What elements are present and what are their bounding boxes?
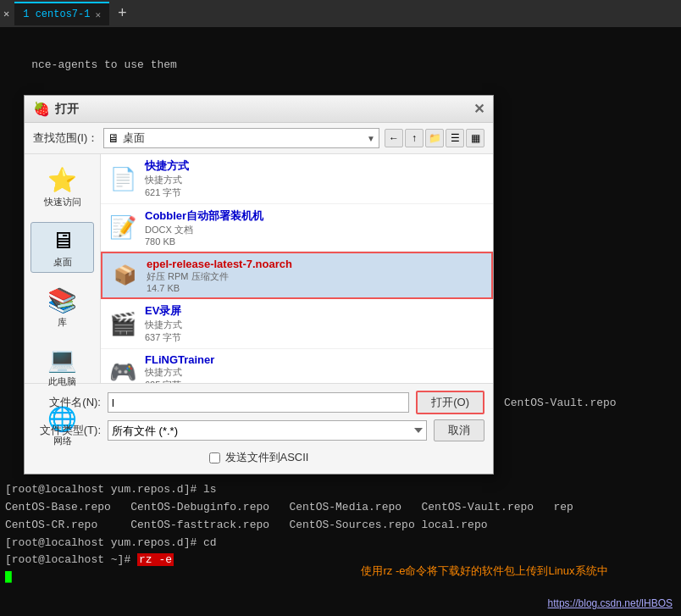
sidebar-item-desktop[interactable]: 🖥 桌面 [30, 222, 94, 273]
file-info-epel: epel-release-latest-7.noarch 好压 RPM 压缩文件… [147, 258, 292, 293]
annotation-text: 使用rz -e命令将下载好的软件包上传到Linux系统中 [305, 563, 664, 579]
desktop-icon: 🖥 [51, 226, 75, 254]
file-icon-shortcut1: 📄 [108, 164, 138, 194]
file-icon-cobbler: 📝 [108, 213, 138, 243]
file-type-epel: 好压 RPM 压缩文件 [147, 270, 292, 283]
quickaccess-label: 快速访问 [44, 196, 81, 208]
file-size-epel: 14.7 KB [147, 283, 292, 293]
dialog-close-button[interactable]: ✕ [473, 103, 484, 116]
open-button[interactable]: 打开(O) [416, 391, 484, 414]
file-item-fling[interactable]: 🎮 FLiNGTrainer 快捷方式 625 字节 [101, 349, 493, 383]
file-name-epel: epel-release-latest-7.noarch [147, 258, 292, 270]
url-text: https://blog.csdn.net/lHBOS [548, 597, 673, 609]
ascii-checkbox[interactable] [209, 452, 220, 463]
checkbox-label: 发送文件到ASCII [225, 450, 309, 465]
dropdown-arrow-icon: ▼ [367, 134, 375, 143]
file-size-fling: 625 字节 [145, 379, 214, 383]
tab-close-icon[interactable]: ✕ [95, 9, 101, 20]
dialog-toolbar: 查找范围(I)： 🖥 桌面 ▼ ← ↑ 📁 ☰ ▦ [25, 123, 493, 154]
dialog-title-icon: 🍓 [33, 101, 50, 117]
sidebar-item-library[interactable]: 📚 库 [30, 283, 94, 332]
file-name-cobbler: Cobbler自动部署装机机 [145, 208, 263, 224]
file-name-shortcut1: 快捷方式 [145, 158, 189, 174]
file-info-fling: FLiNGTrainer 快捷方式 625 字节 [145, 353, 214, 383]
filetype-select[interactable]: 所有文件 (*.*) [108, 420, 427, 441]
term-bottom-line1: [root@localhost yum.repos.d]# ls [5, 481, 573, 499]
file-info-ev: EV录屏 快捷方式 637 字节 [145, 303, 182, 344]
location-label: 查找范围(I)： [33, 130, 98, 146]
dialog-bottom: 文件名(N): 打开(O) 文件类型(T): 所有文件 (*.*) 取消 发送文… [25, 383, 493, 474]
rz-command-highlight: rz -e [137, 553, 174, 566]
dialog-titlebar: 🍓 打开 ✕ [25, 96, 493, 123]
cancel-button[interactable]: 取消 [434, 419, 484, 441]
file-type-ev: 快捷方式 [145, 319, 182, 331]
filename-row: 文件名(N): 打开(O) [33, 391, 484, 414]
file-icon-ev: 🎬 [108, 308, 138, 339]
file-icon-fling: 🎮 [108, 358, 138, 384]
file-size-cobbler: 780 KB [145, 236, 263, 247]
file-name-fling: FLiNGTrainer [145, 353, 214, 366]
nav-new-folder-button[interactable]: 📁 [425, 129, 444, 147]
folder-icon: 🖥 [108, 131, 119, 145]
dialog-main-area: ⭐ 快速访问 🖥 桌面 📚 库 💻 此电脑 🌐 网络 [25, 154, 493, 383]
term-bottom-line4: [root@localhost yum.repos.d]# cd [5, 535, 573, 552]
file-item-ev[interactable]: 🎬 EV录屏 快捷方式 637 字节 [101, 299, 493, 349]
file-name-ev: EV录屏 [145, 303, 182, 319]
sidebar-item-quickaccess[interactable]: ⭐ 快速访问 [30, 163, 94, 212]
terminal-line-1: nce-agents to use them [5, 39, 441, 92]
library-label: 库 [58, 316, 67, 329]
quickaccess-icon: ⭐ [47, 166, 77, 194]
tab-centos7[interactable]: 1 centos7-1 ✕ [14, 2, 109, 25]
location-value: 桌面 [123, 130, 363, 146]
thispc-label: 此电脑 [48, 375, 76, 388]
file-size-ev: 637 字节 [145, 331, 182, 344]
nav-view-button[interactable]: ☰ [446, 129, 464, 147]
desktop-label: 桌面 [53, 256, 72, 269]
file-info-cobbler: Cobbler自动部署装机机 DOCX 文档 780 KB [145, 208, 263, 247]
nav-buttons: ← ↑ 📁 ☰ ▦ [385, 129, 484, 147]
location-box[interactable]: 🖥 桌面 ▼ [103, 128, 379, 148]
filetype-row: 文件类型(T): 所有文件 (*.*) 取消 [33, 419, 484, 441]
term-bottom-line3: CentOS-CR.repo CentOS-fasttrack.repo Cen… [5, 517, 573, 535]
file-type-fling: 快捷方式 [145, 366, 214, 379]
file-size-shortcut1: 621 字节 [145, 186, 189, 199]
file-item-shortcut1[interactable]: 📄 快捷方式 快捷方式 621 字节 [101, 154, 493, 204]
nav-up-button[interactable]: ↑ [405, 129, 424, 147]
sidebar-item-thispc[interactable]: 💻 此电脑 [30, 342, 94, 391]
file-item-cobbler[interactable]: 📝 Cobbler自动部署装机机 DOCX 文档 780 KB [101, 204, 493, 252]
filename-input[interactable] [108, 392, 409, 413]
dialog-sidebar: ⭐ 快速访问 🖥 桌面 📚 库 💻 此电脑 🌐 网络 [25, 154, 101, 383]
file-info-shortcut1: 快捷方式 快捷方式 621 字节 [145, 158, 189, 199]
filetype-label: 文件类型(T): [33, 423, 101, 438]
tab-add-icon[interactable]: + [113, 5, 132, 22]
open-file-dialog: 🍓 打开 ✕ 查找范围(I)： 🖥 桌面 ▼ ← ↑ 📁 ☰ ▦ ⭐ 快速访问 [24, 95, 494, 474]
nav-view2-button[interactable]: ▦ [466, 129, 484, 147]
term-bottom-line2: CentOS-Base.repo CentOS-Debuginfo.repo C… [5, 499, 573, 517]
tab-bar: ✕ 1 centos7-1 ✕ + [0, 0, 681, 27]
file-type-cobbler: DOCX 文档 [145, 224, 263, 236]
filename-label: 文件名(N): [33, 395, 101, 410]
nav-back-button[interactable]: ← [385, 129, 403, 147]
dialog-title: 打开 [55, 102, 79, 117]
library-icon: 📚 [47, 286, 77, 314]
vault-repo-label: CentOS-Vault.repo [504, 397, 617, 409]
file-list[interactable]: 📄 快捷方式 快捷方式 621 字节 📝 Cobbler自动部署装机机 DOCX… [101, 154, 493, 383]
file-type-shortcut1: 快捷方式 [145, 174, 189, 186]
thispc-icon: 💻 [47, 346, 77, 374]
file-icon-epel: 📦 [109, 260, 140, 291]
close-all-icon[interactable]: ✕ [3, 8, 9, 20]
tab-label: 1 centos7-1 [23, 8, 90, 20]
file-item-epel[interactable]: 📦 epel-release-latest-7.noarch 好压 RPM 压缩… [101, 252, 493, 299]
checkbox-row: 发送文件到ASCII [33, 447, 484, 467]
